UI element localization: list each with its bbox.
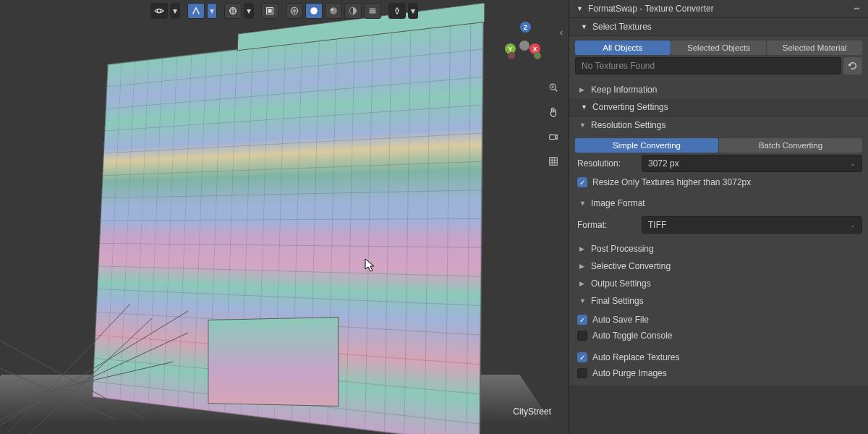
- section-label: Final Settings: [591, 296, 644, 306]
- axis-z[interactable]: Z: [520, 22, 531, 33]
- svg-rect-18: [370, 12, 376, 14]
- selection-tabs: All Objects Selected Objects Selected Ma…: [575, 41, 862, 55]
- expand-icon: ▶: [579, 280, 587, 287]
- refresh-button[interactable]: [843, 57, 862, 75]
- svg-rect-17: [370, 10, 376, 12]
- auto-toggle-console-label: Auto Toggle Console: [592, 331, 673, 341]
- xray-toggle[interactable]: [261, 3, 278, 19]
- auto-save-label: Auto Save File: [592, 315, 649, 325]
- format-value: TIFF: [648, 220, 666, 230]
- shading-solid[interactable]: [305, 3, 323, 19]
- svg-rect-25: [550, 135, 556, 139]
- overlays-dropdown[interactable]: [224, 3, 242, 19]
- section-output-settings[interactable]: ▶ Output Settings: [569, 275, 868, 292]
- zoom-icon[interactable]: [545, 80, 561, 95]
- visibility-dropdown[interactable]: [150, 3, 168, 19]
- svg-rect-26: [550, 158, 558, 166]
- auto-save-checkbox[interactable]: ✓: [577, 315, 587, 325]
- section-select-textures[interactable]: ▼ Select Textures: [569, 18, 868, 36]
- section-label: Select Textures: [592, 22, 652, 32]
- section-label: Post Processing: [591, 244, 654, 254]
- axis-neg-x[interactable]: [508, 52, 515, 59]
- scene-name: CityStreet: [513, 407, 551, 417]
- resize-only-checkbox[interactable]: ✓: [577, 177, 587, 187]
- auto-replace-label: Auto Replace Textures: [592, 352, 680, 362]
- section-converting-settings[interactable]: ▼ Converting Settings: [569, 98, 868, 116]
- section-label: Keep Information: [591, 85, 657, 95]
- viewport-header: ▾ ▾ ▾ ▾: [150, 3, 418, 19]
- resolution-dropdown[interactable]: 3072 px⌄: [642, 155, 862, 172]
- viewport-3d[interactable]: ▾ ▾ ▾ ▾ ‹ Z X Y CityStreet: [0, 0, 569, 434]
- section-final-settings[interactable]: ▼ Final Settings: [569, 292, 868, 310]
- chevron-down-icon[interactable]: ▾: [207, 3, 217, 19]
- panel-menu-icon[interactable]: ┅: [854, 4, 861, 14]
- collapse-icon: ▼: [579, 122, 587, 129]
- collapse-icon: ▼: [579, 200, 587, 207]
- gizmo-dropdown[interactable]: [187, 3, 205, 19]
- shading-rendered[interactable]: [344, 3, 362, 19]
- section-label: Output Settings: [591, 278, 651, 289]
- auto-replace-checkbox[interactable]: ✓: [577, 352, 587, 362]
- tab-batch-converting[interactable]: Batch Converting: [719, 138, 862, 153]
- resolution-label: Resolution:: [575, 158, 637, 169]
- svg-point-14: [331, 9, 334, 12]
- panel-title: FormatSwap - Texture Converter: [588, 4, 714, 14]
- collapse-icon: ▼: [579, 297, 587, 305]
- axis-neg-y[interactable]: [534, 52, 541, 59]
- tab-selected-objects[interactable]: Selected Objects: [671, 41, 767, 55]
- section-resolution-settings[interactable]: ▼ Resolution Settings: [569, 116, 868, 134]
- chevron-down-icon[interactable]: ▾: [170, 3, 180, 19]
- tab-all-objects[interactable]: All Objects: [575, 41, 671, 55]
- svg-point-20: [398, 9, 399, 11]
- section-label: Selective Converting: [591, 261, 671, 271]
- svg-rect-16: [370, 9, 376, 10]
- section-post-processing[interactable]: ▶ Post Processing: [569, 240, 868, 258]
- section-image-format[interactable]: ▼ Image Format: [569, 195, 868, 212]
- chevron-down-icon[interactable]: ▾: [244, 3, 254, 19]
- annex-mesh: [208, 317, 339, 407]
- resolution-value: 3072 px: [648, 158, 679, 169]
- auto-purge-label: Auto Purge Images: [592, 368, 667, 378]
- canvas[interactable]: [0, 0, 569, 434]
- texture-search-input[interactable]: No Textures Found: [575, 57, 841, 75]
- viewport-controls: [545, 80, 561, 169]
- section-label: Converting Settings: [592, 102, 668, 112]
- section-label: Image Format: [591, 198, 645, 208]
- pan-icon[interactable]: [545, 104, 561, 120]
- section-label: Resolution Settings: [591, 120, 665, 130]
- svg-point-12: [310, 7, 318, 14]
- tab-selected-material[interactable]: Selected Material: [767, 41, 862, 55]
- converting-mode-tabs: Simple Converting Batch Converting: [575, 138, 862, 153]
- collapse-icon: ▼: [576, 5, 583, 12]
- perspective-icon[interactable]: [545, 153, 561, 169]
- navigation-gizmo[interactable]: Z X Y: [502, 23, 547, 68]
- svg-point-19: [395, 9, 396, 11]
- tab-simple-converting[interactable]: Simple Converting: [575, 138, 718, 153]
- chevron-down-icon[interactable]: ▾: [408, 3, 418, 19]
- shading-options[interactable]: [364, 3, 381, 19]
- svg-rect-10: [268, 9, 271, 12]
- section-keep-information[interactable]: ▶ Keep Information: [569, 81, 868, 98]
- expand-icon: ▶: [579, 86, 587, 93]
- properties-panel: ▼ FormatSwap - Texture Converter ┅ ▼ Sel…: [569, 0, 868, 434]
- chevron-down-icon: ⌄: [850, 221, 856, 229]
- resize-only-label: Resize Only Textures higher than 3072px: [592, 177, 751, 187]
- svg-line-22: [555, 89, 557, 91]
- auto-purge-checkbox[interactable]: [577, 368, 587, 378]
- camera-icon[interactable]: [545, 129, 561, 145]
- expand-icon: ▶: [579, 263, 587, 270]
- format-dropdown[interactable]: TIFF⌄: [642, 216, 862, 234]
- auto-toggle-console-checkbox[interactable]: [577, 331, 587, 341]
- sidebar-toggle[interactable]: ‹: [560, 27, 563, 38]
- shading-wireframe[interactable]: [286, 3, 303, 19]
- expand-icon: ▶: [579, 245, 587, 252]
- render-dropdown[interactable]: [388, 3, 406, 19]
- collapse-icon: ▼: [581, 23, 588, 30]
- section-selective-converting[interactable]: ▶ Selective Converting: [569, 258, 868, 275]
- collapse-icon: ▼: [581, 103, 588, 111]
- svg-point-13: [330, 7, 337, 14]
- format-label: Format:: [575, 220, 637, 230]
- panel-header[interactable]: ▼ FormatSwap - Texture Converter ┅: [569, 0, 868, 18]
- shading-material[interactable]: [325, 3, 342, 19]
- chevron-down-icon: ⌄: [850, 160, 856, 167]
